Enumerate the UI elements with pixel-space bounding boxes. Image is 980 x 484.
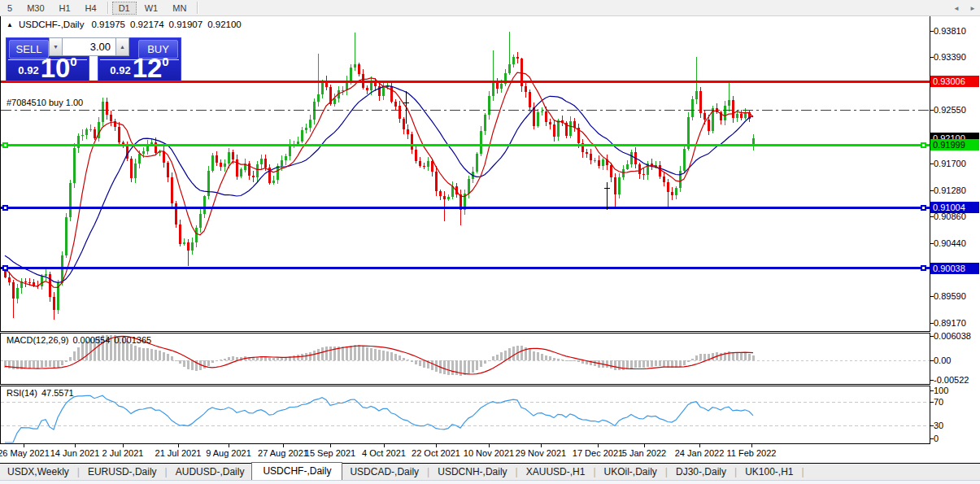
toolbar-divider (107, 2, 108, 14)
sell-price-pips: 10 (41, 57, 71, 79)
buy-price: 0.92 12 0 (98, 60, 181, 81)
svg-text:100: 100 (934, 386, 948, 395)
svg-text:5 Jan 2022: 5 Jan 2022 (622, 448, 666, 458)
sell-price-prefix: 0.92 (18, 64, 38, 76)
buy-price-pips: 12 (133, 57, 163, 79)
buy-price-prefix: 0.92 (110, 64, 130, 76)
svg-text:0.90440: 0.90440 (934, 238, 966, 248)
svg-text:0.90038: 0.90038 (933, 264, 965, 273)
open-position-label: #7084510 buy 1.00 (7, 98, 83, 107)
svg-text:24 Jan 2022: 24 Jan 2022 (675, 448, 725, 458)
volume-input[interactable] (63, 37, 115, 56)
volume-decrease-button[interactable]: ▼ (49, 37, 63, 56)
svg-text:14 Jun 2021: 14 Jun 2021 (50, 448, 100, 458)
svg-text:30: 30 (934, 421, 943, 430)
sell-price: 0.92 10 0 (7, 60, 89, 81)
ohlc-high: 0.92174 (130, 20, 164, 29)
tab-scroll-left-icon[interactable]: ◄ (953, 5, 960, 12)
toolbar-divider (197, 2, 198, 14)
svg-text:11 Feb 2022: 11 Feb 2022 (727, 448, 777, 458)
svg-text:29 Nov 2021: 29 Nov 2021 (516, 448, 566, 458)
svg-text:0.91280: 0.91280 (934, 185, 966, 195)
timeframe-bar: 5M30H1H4D1W1MN (0, 0, 980, 16)
svg-text:0.93006: 0.93006 (933, 76, 965, 86)
svg-text:10 Nov 2021: 10 Nov 2021 (464, 448, 514, 458)
timeframe-h1[interactable]: H1 (53, 2, 77, 15)
svg-text:27 Aug 2021: 27 Aug 2021 (258, 448, 308, 458)
svg-text:0.91999: 0.91999 (933, 140, 965, 150)
volume-control: ▼ ▲ (49, 37, 129, 56)
svg-text:0.89590: 0.89590 (934, 291, 966, 301)
svg-text:4 Oct 2021: 4 Oct 2021 (362, 448, 406, 458)
svg-text:0.90860: 0.90860 (934, 211, 966, 221)
svg-text:0.00: 0.00 (934, 355, 951, 365)
buy-price-point: 0 (162, 55, 168, 68)
price-badge-blue: 0.90038 (930, 263, 979, 274)
tab-separator: | (801, 466, 805, 477)
tab-eurusd-daily[interactable]: EURUSD-,Daily (81, 464, 164, 479)
svg-text:0.89170: 0.89170 (934, 318, 966, 328)
tab-usdx-weekly[interactable]: USDX,Weekly (0, 464, 76, 479)
svg-text:0.92550: 0.92550 (934, 105, 966, 115)
macd-indicator-label: MACD(12,26,9)0.0005540.001365 (7, 335, 151, 345)
svg-text:26 May 2021: 26 May 2021 (0, 448, 50, 458)
chart-tab-bar: USDX,Weekly|EURUSD-,Daily|AUDUSD-,DailyU… (0, 463, 980, 480)
svg-text:70: 70 (934, 397, 943, 407)
svg-text:-0.00522: -0.00522 (934, 375, 969, 385)
ohlc-low: 0.91907 (169, 20, 203, 29)
svg-text:15 Sep 2021: 15 Sep 2021 (305, 448, 355, 458)
svg-text:0.93390: 0.93390 (934, 52, 966, 62)
status-bar (0, 480, 980, 484)
tab-audusd-daily[interactable]: AUDUSD-,Daily (168, 464, 252, 479)
timeframe-5[interactable]: 5 (1, 2, 19, 15)
timeframe-m30[interactable]: M30 (20, 2, 50, 15)
volume-increase-button[interactable]: ▲ (115, 37, 129, 56)
svg-text:21 Jul 2021: 21 Jul 2021 (155, 448, 202, 458)
collapse-panel-icon[interactable]: ▲ (7, 21, 13, 28)
svg-text:9 Aug 2021: 9 Aug 2021 (206, 448, 251, 458)
one-click-trading-panel: SELL 0.92 10 0 BUY 0.92 12 0 ▼ ▲ (6, 36, 181, 81)
svg-text:0.006038: 0.006038 (934, 331, 971, 341)
ohlc-close: 0.92100 (207, 20, 242, 29)
svg-text:22 Oct 2021: 22 Oct 2021 (412, 448, 460, 458)
svg-text:0.91700: 0.91700 (934, 159, 966, 168)
tab-scroll-controls: ◄ ► (945, 5, 976, 12)
price-badge-red: 0.93006 (930, 76, 979, 87)
tab-dj30-daily[interactable]: DJ30-,Daily (669, 464, 734, 479)
trading-platform-window: 5M30H1H4D1W1MN 0.938100.933900.930060.92… (0, 0, 980, 484)
tab-usdcad-daily[interactable]: USDCAD-,Daily (342, 464, 426, 479)
rsi-name: RSI(14) (7, 388, 37, 398)
svg-text:17 Dec 2021: 17 Dec 2021 (573, 448, 623, 458)
rsi-indicator-label: RSI(14)47.5571 (7, 388, 74, 398)
chart-symbol-label: USDCHF-,Daily (19, 20, 85, 29)
svg-text:2 Jul 2021: 2 Jul 2021 (102, 448, 144, 458)
sell-price-point: 0 (70, 55, 76, 68)
macd-main-value: 0.000554 (72, 335, 110, 345)
timeframe-mn[interactable]: MN (166, 2, 193, 15)
tab-xauusd-h1[interactable]: XAUUSD-,H1 (519, 464, 593, 479)
timeframe-d1[interactable]: D1 (112, 2, 137, 15)
svg-text:0: 0 (934, 434, 939, 443)
tab-usdcnh-daily[interactable]: USDCNH-,Daily (430, 464, 514, 479)
ohlc-open: 0.91975 (91, 20, 125, 29)
macd-name: MACD(12,26,9) (7, 335, 68, 345)
svg-text:0.93810: 0.93810 (934, 26, 966, 36)
tab-uk100-h1[interactable]: UK100-,H1 (738, 464, 800, 479)
timeframe-w1[interactable]: W1 (138, 2, 165, 15)
tab-scroll-right-icon[interactable]: ► (969, 5, 976, 12)
rsi-value: 47.5571 (41, 388, 74, 398)
chart-title: ▲USDCHF-,Daily0.919750.921740.919070.921… (7, 20, 246, 29)
price-badge-green: 0.91999 (930, 139, 979, 150)
tab-ukoil-daily[interactable]: UKOil-,Daily (597, 464, 664, 479)
tab-usdchf-daily[interactable]: USDCHF-,Daily (251, 462, 342, 481)
macd-signal-value: 0.001365 (114, 335, 151, 345)
timeframe-h4[interactable]: H4 (79, 2, 103, 15)
